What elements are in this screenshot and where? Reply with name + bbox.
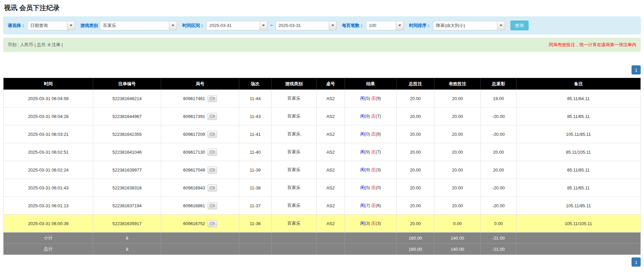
view-video-button[interactable]	[208, 220, 217, 227]
cell-table-no: AS2	[317, 197, 345, 215]
cell-table-no: AS2	[317, 108, 345, 125]
cell-total-bet[interactable]: 20.00	[397, 197, 434, 215]
subtotal-empty-cell	[161, 233, 239, 244]
video-camera-icon	[210, 132, 215, 136]
subtotal-empty-cell	[317, 233, 345, 244]
cell-remark: 85.11/65.11	[516, 108, 641, 125]
page-size-input[interactable]	[366, 21, 396, 30]
cell-round-id: 609616943	[161, 179, 239, 197]
query-type-input[interactable]	[27, 21, 67, 30]
cell-bet-id: 522381638316	[93, 179, 161, 197]
subtotal-label: 小计	[4, 233, 93, 244]
game-type-dropdown-button[interactable]	[169, 21, 177, 30]
table-row: 2025-03-31 06:02:24522381639977609617049…	[4, 161, 641, 179]
cell-bet-id: 522381644967	[93, 108, 161, 125]
round-number: 609616943	[183, 185, 205, 190]
view-video-button[interactable]	[208, 95, 217, 102]
column-header-6: 结果	[345, 78, 397, 90]
cell-total-bet[interactable]: 20.00	[397, 215, 434, 233]
cell-payout: 0.00	[481, 215, 516, 233]
cell-payout: 20.00	[481, 161, 516, 179]
cell-session: 11-40	[239, 143, 272, 161]
view-video-button[interactable]	[208, 184, 217, 191]
bet-records-table: 时间注单编号局号场次游戏类别桌号结果总投注有效投注总派彩备注 2025-03-3…	[3, 78, 641, 255]
range-separator: ~	[270, 23, 273, 28]
subtotal-count: 8	[93, 233, 161, 244]
column-header-2: 局号	[161, 78, 239, 90]
cell-result: 闲(9) 庄(7)	[345, 143, 397, 161]
cell-result: 闲(5) 庄(0)	[345, 179, 397, 197]
cell-valid-bet: 20.00	[434, 179, 481, 197]
total-total-bet: 160.00	[397, 244, 434, 255]
player-label: 闲	[360, 149, 365, 154]
cell-total-bet[interactable]: 20.00	[397, 179, 434, 197]
cell-session: 11-39	[239, 161, 272, 179]
date-from-dropdown-button[interactable]	[259, 21, 267, 30]
cell-payout: 19.00	[481, 90, 516, 108]
cell-time: 2025-03-31 06:01:13	[4, 197, 93, 215]
player-score: (9)	[365, 167, 370, 172]
cell-time: 2025-03-31 06:01:43	[4, 179, 93, 197]
view-video-button[interactable]	[208, 166, 217, 174]
pagination-top: 1	[3, 65, 641, 74]
total-label: 总计	[4, 244, 93, 255]
page-size-combo	[366, 21, 404, 30]
page-size-dropdown-button[interactable]	[396, 21, 404, 30]
subtotal-empty-cell	[272, 233, 317, 244]
cell-remark: 105.11/105.11	[516, 215, 641, 233]
cell-table-no: AS2	[317, 90, 345, 108]
player-score: (3)	[365, 221, 370, 226]
banker-label: 庄	[371, 185, 375, 190]
search-button[interactable]: 查询	[510, 21, 529, 30]
banker-score: (3)	[375, 221, 381, 226]
view-video-button[interactable]	[208, 131, 217, 138]
subtotal-valid-bet: 140.00	[434, 233, 481, 244]
cell-round-id: 609617391	[161, 108, 239, 125]
banker-label: 庄	[371, 131, 375, 136]
date-from-input[interactable]	[206, 21, 259, 30]
banker-label: 庄	[371, 114, 375, 119]
query-type-combo	[27, 21, 75, 30]
cell-round-id: 609616861	[161, 197, 239, 215]
player-score: (9)	[365, 114, 370, 119]
cell-session: 11-44	[239, 90, 272, 108]
date-to-input[interactable]	[276, 21, 329, 30]
cell-bet-id: 522381642355	[93, 125, 161, 143]
date-from-combo	[206, 21, 267, 30]
table-row: 2025-03-31 06:02:51522381641046609617130…	[4, 143, 641, 161]
cell-total-bet[interactable]: 20.00	[397, 90, 434, 108]
column-header-7: 总投注	[397, 78, 434, 90]
cell-total-bet[interactable]: 20.00	[397, 161, 434, 179]
cell-remark: 85.11/105.11	[516, 143, 641, 161]
player-label: 闲	[360, 96, 365, 101]
game-type-input[interactable]	[100, 21, 169, 30]
view-video-button[interactable]	[208, 113, 217, 120]
view-video-button[interactable]	[208, 149, 217, 156]
cell-bet-id: 522381646214	[93, 90, 161, 108]
game-type-label: 游戏类别	[80, 23, 98, 29]
pagination-bottom: 1	[3, 257, 641, 267]
query-type-dropdown-button[interactable]	[67, 21, 75, 30]
cell-total-bet[interactable]: 20.00	[397, 143, 434, 161]
column-header-8: 有效投注	[434, 78, 481, 90]
cell-total-bet[interactable]: 20.00	[397, 125, 434, 143]
round-number: 609616861	[183, 203, 205, 208]
cell-total-bet[interactable]: 20.00	[397, 108, 434, 125]
total-payout: -21.00	[481, 244, 516, 255]
video-camera-icon	[210, 186, 215, 190]
cell-remark: 65.11/84.11	[516, 90, 641, 108]
page-button-1[interactable]: 1	[632, 257, 641, 267]
time-sort-dropdown-button[interactable]	[497, 21, 505, 30]
banker-label: 庄	[371, 167, 375, 172]
cell-time: 2025-03-31 06:00:39	[4, 215, 93, 233]
table-header-row: 时间注单编号局号场次游戏类别桌号结果总投注有效投注总派彩备注	[4, 78, 641, 90]
video-camera-icon	[210, 96, 215, 100]
time-sort-input[interactable]	[433, 21, 497, 30]
date-to-dropdown-button[interactable]	[329, 21, 337, 30]
cell-round-id: 609616752	[161, 215, 239, 233]
view-video-button[interactable]	[208, 202, 217, 209]
banker-label: 庄	[371, 221, 375, 226]
total-empty-cell	[317, 244, 345, 255]
page-button-1[interactable]: 1	[632, 65, 641, 74]
cell-round-id: 609617049	[161, 161, 239, 179]
